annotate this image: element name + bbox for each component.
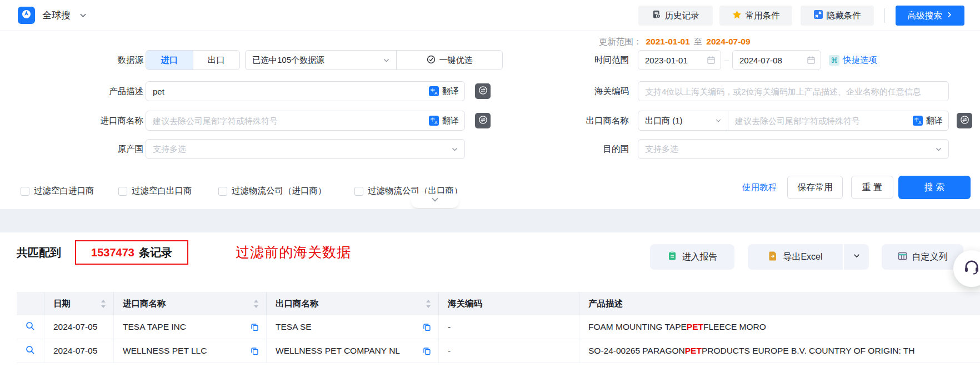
advanced-search-label: 高级搜索 — [908, 10, 942, 22]
app-brand[interactable]: 全球搜 — [18, 7, 87, 24]
check-circle-icon — [427, 55, 436, 66]
chevron-down-icon — [853, 252, 861, 262]
update-range-label: 更新范围： — [599, 36, 642, 48]
copy-icon[interactable] — [423, 347, 431, 355]
translate-toggle-button[interactable] — [957, 113, 972, 128]
magnifier-icon[interactable] — [26, 321, 35, 333]
importer-cell: WELLNESS PET LLC — [114, 339, 267, 363]
sort-icon[interactable] — [253, 299, 259, 309]
end-date-value: 2024-07-08 — [733, 56, 789, 65]
time-range-label: 时间范围 — [507, 50, 629, 70]
export-excel-label: 导出Excel — [783, 251, 822, 263]
enter-report-label: 进入报告 — [682, 251, 718, 263]
filter-label: 过滤空白进口商 — [34, 185, 94, 197]
translate-icon: 中A — [913, 116, 923, 126]
end-date-field[interactable]: 2024-07-08 — [732, 50, 821, 70]
favorites-button[interactable]: 常用条件 — [719, 6, 792, 26]
exporter-cell: TESA SE — [267, 315, 439, 339]
desc-text: FLEECE MORO — [703, 322, 766, 332]
translate-button[interactable]: 中A 翻译 — [429, 116, 459, 126]
translate-label: 翻译 — [442, 86, 459, 97]
reset-button[interactable]: 重 置 — [851, 176, 893, 199]
importer-value[interactable]: WELLNESS PET LLC — [123, 346, 207, 356]
translate-toggle-button[interactable] — [475, 113, 491, 128]
match-count-unit: 条记录 — [139, 245, 172, 260]
export-excel-caret-button[interactable] — [844, 244, 869, 270]
importer-value[interactable]: TESA TAPE INC — [123, 322, 186, 332]
custom-columns-button[interactable]: 自定义列 — [882, 244, 963, 270]
importer-cell: TESA TAPE INC — [114, 315, 267, 339]
header-product-desc: 产品描述 — [579, 292, 980, 315]
history-button[interactable]: 历史记录 — [638, 6, 713, 26]
swap-arrows-icon — [960, 115, 969, 127]
translate-button[interactable]: 中A 翻译 — [913, 116, 943, 126]
header-row-action — [17, 292, 44, 315]
search-button[interactable]: 搜 索 — [898, 176, 971, 199]
product-desc-cell: FOAM MOUNTING TAPE PET FLEECE MORO — [579, 315, 980, 339]
magnifier-icon[interactable] — [26, 345, 35, 357]
chevron-down-icon — [715, 117, 722, 124]
quick-options-link[interactable]: ⌘ 快捷选项 — [829, 50, 877, 70]
topbar-divider — [884, 8, 885, 23]
hs-code-input[interactable] — [638, 82, 948, 101]
tutorial-link[interactable]: 使用教程 — [742, 176, 777, 199]
dest-country-select[interactable]: 支持多选 — [638, 139, 949, 159]
filter-blank-exporter-checkbox[interactable]: 过滤空白出口商 — [118, 185, 192, 197]
hs-code-label: 海关编码 — [507, 81, 629, 101]
custom-columns-icon — [898, 251, 907, 263]
desc-text: SO-24-00265 PARAGON — [588, 346, 685, 356]
calendar-icon — [707, 56, 716, 65]
command-icon: ⌘ — [829, 55, 839, 66]
header-label: 出口商名称 — [276, 298, 319, 310]
import-tab[interactable]: 进口 — [146, 51, 193, 70]
origin-country-label: 原产国 — [16, 139, 143, 159]
exporter-type-select[interactable]: 出口商 (1) — [638, 111, 728, 130]
advanced-search-button[interactable]: 高级搜索 — [896, 6, 964, 26]
save-common-button[interactable]: 保存常用 — [787, 176, 843, 199]
chevron-down-icon — [935, 146, 942, 153]
translate-toggle-button[interactable] — [475, 83, 491, 99]
hide-conditions-button[interactable]: 隐藏条件 — [801, 6, 874, 26]
chevron-down-icon[interactable] — [79, 11, 87, 19]
datasource-select[interactable]: 已选中105个数据源 — [246, 51, 396, 70]
header-exporter: 出口商名称 — [267, 292, 439, 315]
collapse-form-tab[interactable] — [411, 194, 459, 208]
start-date-field[interactable]: 2023-01-01 — [638, 50, 721, 70]
history-icon — [652, 10, 661, 21]
origin-country-select[interactable]: 支持多选 — [146, 139, 465, 159]
exporter-value[interactable]: WELLNESS PET COMPANY NL — [276, 346, 400, 356]
sort-icon[interactable] — [101, 299, 106, 309]
copy-icon[interactable] — [251, 323, 259, 331]
export-tab[interactable]: 出口 — [193, 51, 240, 70]
filter-blank-importer-checkbox[interactable]: 过滤空白进口商 — [21, 185, 94, 197]
date-value: 2024-07-05 — [53, 346, 97, 356]
svg-text:A: A — [434, 120, 438, 125]
calendar-icon — [807, 56, 816, 65]
match-count-prefix: 共匹配到 — [17, 240, 61, 265]
copy-icon[interactable] — [251, 347, 259, 355]
start-date-value: 2023-01-01 — [638, 56, 694, 65]
translate-icon: 中A — [429, 86, 439, 96]
match-count-highlight-box: 1537473 条记录 — [75, 240, 188, 265]
exporter-input[interactable] — [728, 111, 913, 130]
page-title: 全球搜 — [42, 9, 71, 22]
translate-button[interactable]: 中A 翻译 — [429, 86, 459, 97]
translate-label: 翻译 — [442, 116, 459, 126]
one-click-optimize-button[interactable]: 一键优选 — [397, 55, 502, 66]
checkbox-icon — [354, 187, 363, 196]
datasource-toggle: 进口 出口 — [146, 50, 240, 70]
exporter-value[interactable]: TESA SE — [276, 322, 312, 332]
importer-input[interactable] — [146, 111, 429, 130]
enter-report-button[interactable]: 进入报告 — [650, 244, 734, 270]
importer-field: 中A 翻译 — [146, 111, 465, 131]
copy-icon[interactable] — [423, 323, 431, 331]
dest-country-label: 目的国 — [507, 139, 629, 159]
one-click-optimize-label: 一键优选 — [439, 55, 473, 66]
filter-logistics-importer-checkbox[interactable]: 过滤物流公司（进口商） — [218, 185, 327, 197]
product-desc-input[interactable] — [146, 82, 429, 101]
export-excel-button[interactable]: 导出Excel — [748, 244, 843, 270]
sort-icon[interactable] — [426, 299, 431, 309]
product-desc-field: 中A 翻译 — [146, 81, 465, 101]
search-form: 更新范围： 2021-01-01 至 2024-07-09 数据源 进口 出口 … — [0, 31, 980, 209]
checkbox-icon — [118, 187, 127, 196]
